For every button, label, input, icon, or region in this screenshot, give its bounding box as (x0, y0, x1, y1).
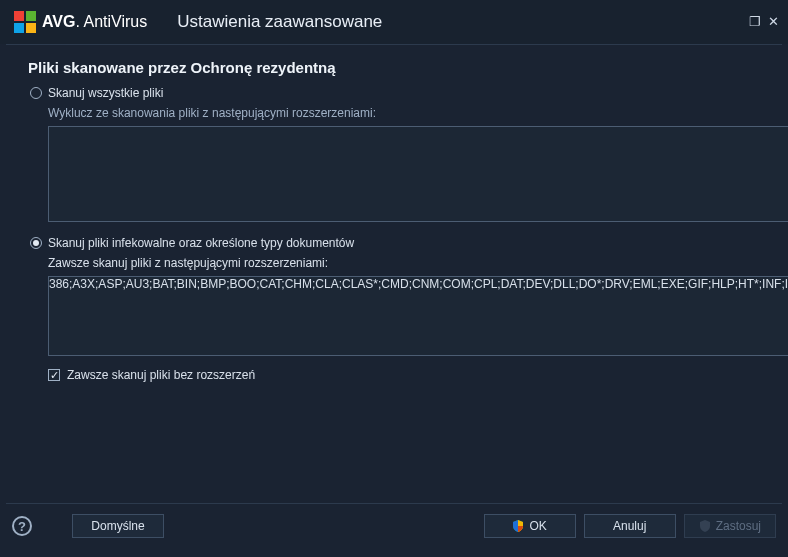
footer-bar: ? Domyślne OK Anuluj Zastosuj (6, 503, 782, 548)
default-button[interactable]: Domyślne (72, 514, 164, 538)
exclude-extensions-input[interactable]: ▲ ▼ (48, 126, 788, 222)
section-heading: Pliki skanowane przez Ochronę rezydentną (28, 59, 788, 76)
always-scan-label: Zawsze skanuj pliki z następującymi rozs… (48, 256, 788, 270)
close-icon[interactable]: ✕ (766, 15, 780, 29)
shield-icon (512, 520, 524, 532)
always-scan-extensions-input[interactable]: 386;A3X;ASP;AU3;BAT;BIN;BMP;BOO;CAT;CHM;… (48, 276, 788, 356)
radio-label: Skanuj pliki infekowalne oraz określone … (48, 236, 354, 250)
avg-logo-icon (14, 11, 36, 33)
ok-button[interactable]: OK (484, 514, 576, 538)
exclude-label: Wyklucz ze skanowania pliki z następując… (48, 106, 788, 120)
radio-scan-all[interactable]: Skanuj wszystkie pliki (30, 86, 788, 100)
svg-rect-3 (26, 23, 36, 33)
svg-rect-2 (14, 23, 24, 33)
apply-button[interactable]: Zastosuj (684, 514, 776, 538)
shield-icon (699, 520, 711, 532)
help-icon[interactable]: ? (12, 516, 32, 536)
content-panel: Pliki skanowane przez Ochronę rezydentną… (6, 55, 788, 503)
checkbox-icon: ✓ (48, 369, 60, 381)
radio-label: Skanuj wszystkie pliki (48, 86, 163, 100)
svg-rect-1 (26, 11, 36, 21)
checkbox-scan-noext[interactable]: ✓ Zawsze skanuj pliki bez rozszerzeń (48, 368, 788, 382)
maximize-icon[interactable]: ❐ (748, 15, 762, 29)
window-title: Ustawienia zaawansowane (177, 12, 382, 32)
checkbox-label: Zawsze skanuj pliki bez rozszerzeń (67, 368, 255, 382)
brand-text: AVG. AntiVirus (42, 13, 147, 31)
app-logo: AVG. AntiVirus (14, 11, 147, 33)
radio-icon (30, 237, 42, 249)
radio-icon (30, 87, 42, 99)
cancel-button[interactable]: Anuluj (584, 514, 676, 538)
radio-scan-infectable[interactable]: Skanuj pliki infekowalne oraz określone … (30, 236, 788, 250)
title-bar: AVG. AntiVirus Ustawienia zaawansowane ❐… (0, 0, 788, 44)
svg-rect-0 (14, 11, 24, 21)
